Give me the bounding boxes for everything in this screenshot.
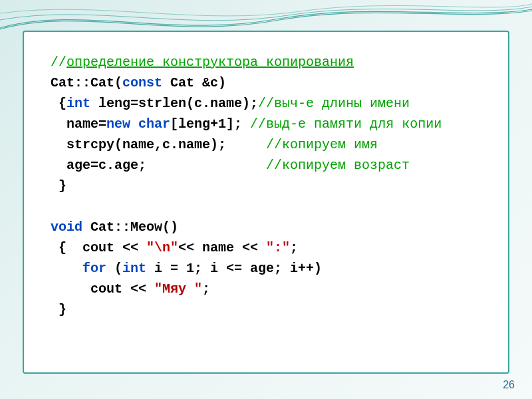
- comment-title: определение конструктора копирования: [66, 55, 354, 70]
- code-text: }: [51, 302, 66, 317]
- keyword-for: for: [82, 261, 106, 276]
- code-text: << name <<: [178, 240, 266, 255]
- code-text: age=c.age;: [51, 158, 266, 173]
- code-block: //определение конструктора копирования C…: [51, 52, 487, 320]
- slide: //определение конструктора копирования C…: [0, 0, 532, 399]
- keyword-int: int: [66, 96, 90, 111]
- keyword-new: new: [106, 116, 130, 132]
- code-text: { cout <<: [51, 240, 146, 255]
- code-text: {: [51, 96, 66, 111]
- code-text: (: [106, 261, 122, 276]
- code-text: [51, 261, 82, 276]
- content-panel: //определение конструктора копирования C…: [23, 31, 509, 374]
- page-number: 26: [503, 379, 515, 391]
- comment: //копируем возраст: [266, 158, 410, 173]
- code-text: i = 1; i <= age; i++): [146, 261, 322, 276]
- code-text: strcpy(name,c.name);: [51, 137, 266, 152]
- comment: //выд-е памяти для копии: [250, 116, 442, 132]
- string-literal: "Мяу ": [154, 281, 202, 297]
- comment: //выч-е длины имени: [258, 96, 410, 111]
- code-text: ;: [202, 281, 210, 297]
- code-text: leng=strlen(c.name);: [90, 96, 258, 111]
- keyword-int: int: [122, 261, 146, 276]
- string-literal: "\n": [146, 240, 178, 255]
- comment-slashes: //: [51, 55, 66, 70]
- code-text: [leng+1];: [170, 116, 250, 132]
- code-text: cout <<: [51, 281, 154, 297]
- string-literal: ":": [266, 240, 290, 255]
- code-text: [130, 116, 138, 132]
- keyword-char: char: [138, 116, 170, 132]
- code-text: }: [51, 178, 66, 194]
- code-text: Cat &c): [162, 75, 226, 90]
- keyword-void: void: [51, 219, 82, 235]
- comment: //копируем имя: [266, 137, 378, 152]
- code-text: Cat::Cat(: [51, 75, 122, 90]
- code-text: name=: [51, 116, 106, 132]
- code-text: ;: [290, 240, 298, 255]
- code-text: Cat::Meow(): [82, 219, 178, 235]
- keyword-const: const: [122, 75, 162, 90]
